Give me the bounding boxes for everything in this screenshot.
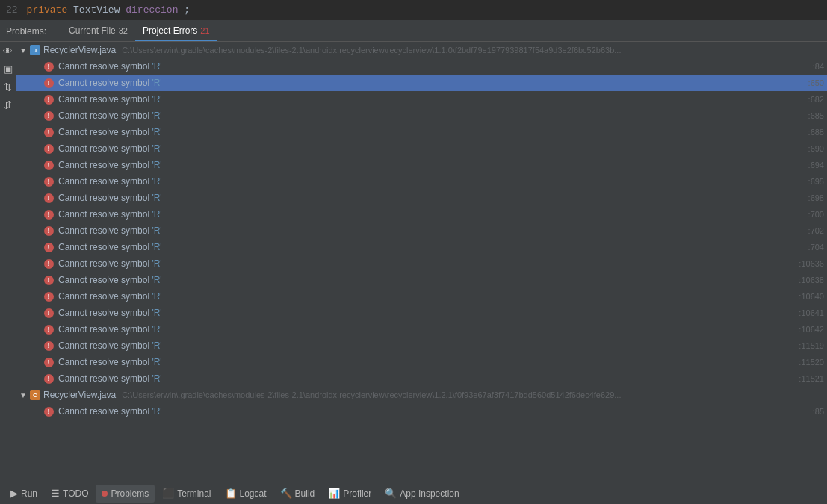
run-label: Run xyxy=(21,488,37,499)
sort-asc-icon[interactable]: ⇅ xyxy=(2,81,14,93)
error-icon-700: ! xyxy=(43,209,54,220)
error-text-10638: Cannot resolve symbol 'R' xyxy=(58,275,796,285)
build-button[interactable]: 🔨 Build xyxy=(274,485,321,503)
error-icon-11520: ! xyxy=(43,357,54,367)
todo-icon: ☰ xyxy=(51,488,60,499)
error-item-694[interactable]: ! Cannot resolve symbol 'R' :694 xyxy=(16,157,827,173)
code-varname: direccion xyxy=(126,4,178,16)
error-circle: ! xyxy=(44,243,54,252)
error-circle: ! xyxy=(44,210,54,220)
error-item-10638[interactable]: ! Cannot resolve symbol 'R' :10638 xyxy=(16,272,827,288)
file-header-2[interactable]: ▼ C RecyclerView.java C:\Users\erwin\.gr… xyxy=(16,387,827,403)
java-file-icon-2: C xyxy=(30,390,40,400)
error-line-698: :698 xyxy=(808,193,824,202)
code-snippet-area: 22 private TextView direccion ; xyxy=(0,0,827,21)
error-line-704: :704 xyxy=(808,243,824,252)
error-circle: ! xyxy=(44,78,54,88)
error-item-685[interactable]: ! Cannot resolve symbol 'R' :685 xyxy=(16,108,827,124)
error-item-11519[interactable]: ! Cannot resolve symbol 'R' :11519 xyxy=(16,337,827,354)
error-line-85: :85 xyxy=(813,407,824,416)
build-label: Build xyxy=(295,488,315,499)
error-icon-685: ! xyxy=(43,111,54,121)
terminal-button[interactable]: ⬛ Terminal xyxy=(156,485,217,503)
error-icon-11519: ! xyxy=(43,340,54,351)
error-circle: ! xyxy=(44,292,54,302)
error-item-700[interactable]: ! Cannot resolve symbol 'R' :700 xyxy=(16,206,827,223)
error-text-11521: Cannot resolve symbol 'R' xyxy=(58,373,796,384)
error-item-702[interactable]: ! Cannot resolve symbol 'R' :702 xyxy=(16,223,827,239)
error-icon-84: ! xyxy=(43,61,54,72)
error-line-650: :650 xyxy=(808,78,824,87)
error-item-688[interactable]: ! Cannot resolve symbol 'R' :688 xyxy=(16,124,827,140)
error-circle: ! xyxy=(44,374,54,384)
error-item-84[interactable]: ! Cannot resolve symbol 'R' :84 xyxy=(16,58,827,75)
error-circle: ! xyxy=(44,111,54,121)
logcat-button[interactable]: 📋 Logcat xyxy=(219,485,273,503)
error-item-10642[interactable]: ! Cannot resolve symbol 'R' :10642 xyxy=(16,321,827,337)
error-icon-704: ! xyxy=(43,242,54,252)
error-circle: ! xyxy=(44,62,54,72)
problems-list[interactable]: ▼ J RecyclerView.java C:\Users\erwin\.gr… xyxy=(16,42,827,482)
error-icon-682: ! xyxy=(43,94,54,105)
error-item-10640[interactable]: ! Cannot resolve symbol 'R' :10640 xyxy=(16,288,827,305)
code-semicolon: ; xyxy=(184,4,190,16)
terminal-icon: ⬛ xyxy=(162,488,174,499)
error-icon-650: ! xyxy=(43,78,54,88)
tab-project-errors-label: Project Errors xyxy=(143,25,197,36)
error-circle: ! xyxy=(44,308,54,318)
sort-desc-icon[interactable]: ⇵ xyxy=(2,99,14,111)
run-button[interactable]: ▶ Run xyxy=(4,485,43,503)
error-item-10636[interactable]: ! Cannot resolve symbol 'R' :10636 xyxy=(16,255,827,272)
error-item-11521[interactable]: ! Cannot resolve symbol 'R' :11521 xyxy=(16,370,827,387)
error-text-702: Cannot resolve symbol 'R' xyxy=(58,225,805,236)
error-item-682[interactable]: ! Cannot resolve symbol 'R' :682 xyxy=(16,91,827,108)
error-text-10642: Cannot resolve symbol 'R' xyxy=(58,324,796,335)
error-item-704[interactable]: ! Cannot resolve symbol 'R' :704 xyxy=(16,239,827,255)
tab-project-errors[interactable]: Project Errors 21 xyxy=(135,21,217,41)
error-item-690[interactable]: ! Cannot resolve symbol 'R' :690 xyxy=(16,140,827,157)
code-keyword: private xyxy=(27,4,68,16)
error-icon-10641: ! xyxy=(43,308,54,318)
error-item-10641[interactable]: ! Cannot resolve symbol 'R' :10641 xyxy=(16,305,827,321)
filter-icon[interactable]: ▣ xyxy=(2,63,14,75)
error-item-650[interactable]: ! Cannot resolve symbol 'R' :650 xyxy=(16,75,827,91)
error-circle: ! xyxy=(44,358,54,367)
error-icon-10640: ! xyxy=(43,291,54,302)
tab-current-file[interactable]: Current File 32 xyxy=(61,21,135,41)
error-circle: ! xyxy=(44,95,54,105)
error-text-698: Cannot resolve symbol 'R' xyxy=(58,193,805,203)
tab-current-file-label: Current File xyxy=(69,25,116,36)
file-name-2: RecyclerView.java xyxy=(43,390,116,400)
error-icon-10638: ! xyxy=(43,275,54,285)
error-text-685: Cannot resolve symbol 'R' xyxy=(58,111,805,121)
file-header-1[interactable]: ▼ J RecyclerView.java C:\Users\erwin\.gr… xyxy=(16,42,827,58)
error-text-10636: Cannot resolve symbol 'R' xyxy=(58,258,796,269)
error-item-11520[interactable]: ! Cannot resolve symbol 'R' :11520 xyxy=(16,354,827,370)
error-item-695[interactable]: ! Cannot resolve symbol 'R' :695 xyxy=(16,173,827,190)
error-item-85[interactable]: ! Cannot resolve symbol 'R' :85 xyxy=(16,403,827,420)
eye-icon[interactable]: 👁 xyxy=(2,45,14,57)
error-icon-698: ! xyxy=(43,193,54,203)
error-icon-10642: ! xyxy=(43,324,54,335)
error-circle: ! xyxy=(44,259,54,269)
error-icon-688: ! xyxy=(43,127,54,137)
code-line-number: 22 xyxy=(6,4,18,16)
problems-error-dot xyxy=(102,491,108,497)
error-circle: ! xyxy=(44,407,54,417)
app-inspection-button[interactable]: 🔍 App Inspection xyxy=(379,485,465,503)
problems-button[interactable]: Problems xyxy=(96,485,155,503)
profiler-button[interactable]: 📊 Profiler xyxy=(322,485,377,503)
error-item-698[interactable]: ! Cannot resolve symbol 'R' :698 xyxy=(16,190,827,206)
todo-button[interactable]: ☰ TODO xyxy=(45,485,94,503)
error-text-700: Cannot resolve symbol 'R' xyxy=(58,209,805,220)
logcat-label: Logcat xyxy=(240,488,267,499)
code-type: TextView xyxy=(73,4,126,16)
error-line-702: :702 xyxy=(808,226,824,235)
problems-panel: Problems: Current File 32 Project Errors… xyxy=(0,21,827,482)
file-path-1: C:\Users\erwin\.gradle\caches\modules-2\… xyxy=(122,46,621,55)
bottom-toolbar: ▶ Run ☰ TODO Problems ⬛ Terminal 📋 Logca… xyxy=(0,482,827,504)
error-icon-10636: ! xyxy=(43,258,54,269)
error-line-10640: :10640 xyxy=(799,292,824,301)
file-path-2: C:\Users\erwin\.gradle\caches\modules-2\… xyxy=(122,391,621,399)
error-text-11519: Cannot resolve symbol 'R' xyxy=(58,340,796,351)
